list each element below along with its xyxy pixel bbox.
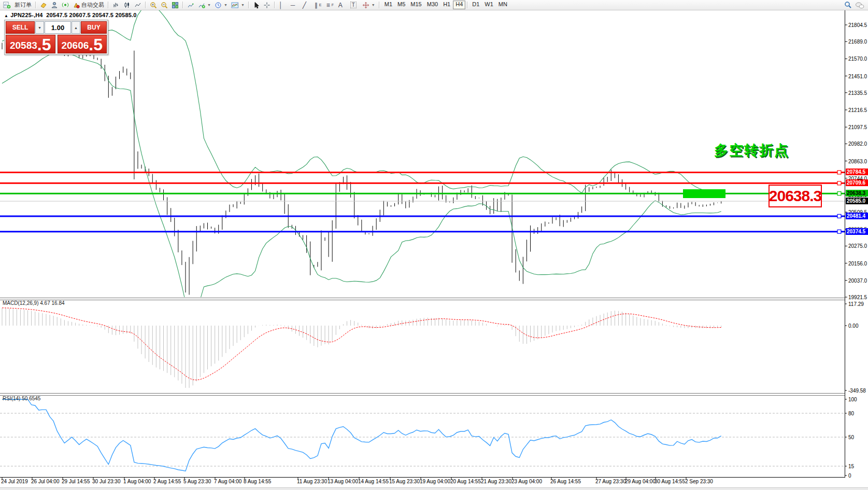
collapse-panel-arrow[interactable]: ▲: [4, 13, 8, 18]
sell-price-box[interactable]: 20583.5: [6, 35, 55, 53]
indicators-button[interactable]: [186, 1, 196, 9]
trendline-icon: ╱: [303, 2, 306, 9]
hline-price-label: 20638.3: [846, 190, 868, 197]
hline-handle[interactable]: [837, 192, 841, 195]
time-axis-label: 21 Aug 23:30: [481, 479, 511, 484]
zoom-in-button[interactable]: [148, 1, 159, 9]
channel-e-suffix: E: [319, 3, 322, 7]
toolbar-separator: [467, 2, 468, 8]
time-axis-label: 29 Aug 04:00: [625, 479, 656, 484]
horizontal-line-icon: ─: [291, 2, 295, 9]
timeframe-button-M15[interactable]: M15: [408, 1, 424, 9]
time-axis-label: 2 Sep 23:30: [685, 479, 713, 484]
hline-handle[interactable]: [837, 171, 841, 174]
timeframe-button-M30[interactable]: M30: [424, 1, 440, 9]
hline-handle[interactable]: [837, 230, 841, 233]
price-axis[interactable]: 21804.521689.021570.021451.021335.521216…: [845, 10, 868, 490]
timeframe-button-H1[interactable]: H1: [440, 1, 453, 9]
timeframe-button-W1[interactable]: W1: [482, 1, 496, 9]
green-zone-rectangle[interactable]: [683, 189, 725, 198]
new-order-button[interactable]: 新订单: [13, 1, 33, 9]
one-click-trading-panel: SELL ▼ ▲ BUY 20583.5 20606.5: [4, 20, 108, 55]
macd-indicator-label: MACD(12,26,9) 4.67 16.84: [3, 300, 65, 306]
styler-button[interactable]: [38, 1, 49, 9]
indicators-icon: [187, 2, 194, 8]
line-chart-mode-button[interactable]: [133, 1, 143, 9]
new-order-label: 新订单: [15, 1, 32, 9]
cursor-tool-button[interactable]: [251, 1, 261, 9]
status-strip: [0, 487, 868, 490]
chevron-down-icon: ▼: [224, 3, 227, 7]
price-axis-tick: 21804.5: [848, 22, 867, 28]
bar-chart-icon: [112, 2, 120, 8]
hline-handle[interactable]: [837, 214, 841, 218]
bar-chart-mode-button[interactable]: [111, 1, 121, 9]
new-chart-icon: [3, 2, 11, 9]
signal-icon: [62, 2, 69, 8]
price-axis-tick: 21216.5: [848, 107, 867, 113]
main-toolbar: 新订单 自动交易: [0, 0, 868, 10]
timeframe-button-D1[interactable]: D1: [469, 1, 482, 9]
profile-button[interactable]: [49, 1, 60, 9]
timeframe-button-M5[interactable]: M5: [395, 1, 408, 9]
time-axis-label: 19 Aug 04:00: [420, 479, 450, 484]
add-indicator-button[interactable]: ▼: [196, 1, 212, 9]
template-icon: [231, 2, 239, 9]
time-axis-label: 1 Aug 04:00: [123, 479, 151, 484]
text-tool-button[interactable]: A: [337, 1, 348, 9]
periods-button[interactable]: ▼: [213, 1, 229, 9]
volume-input[interactable]: [45, 21, 71, 34]
add-indicator-icon: [198, 2, 205, 8]
candle-chart-mode-button[interactable]: [122, 1, 132, 9]
volume-increase-button[interactable]: ▲: [72, 21, 80, 34]
templates-button[interactable]: ▼: [230, 1, 246, 9]
horizontal-line-tool-button[interactable]: ─: [289, 1, 301, 9]
toolbar-separator: [35, 2, 36, 8]
time-axis-label: 15 Aug 23:30: [389, 479, 420, 484]
hline-price-label: 20481.4: [846, 213, 868, 219]
candlestick-series: [2, 38, 721, 295]
main-macd-separator[interactable]: [0, 298, 845, 300]
text-label-tool-button[interactable]: T: [349, 1, 360, 9]
equidistant-channel-icon: ∥: [315, 2, 318, 9]
toolbar-separator: [274, 2, 275, 8]
toolbar-separator: [145, 2, 146, 8]
zoom-in-icon: [150, 2, 157, 9]
fibo-f-suffix: F: [332, 3, 334, 7]
clock-icon: [215, 2, 222, 9]
time-axis-label: 27 Aug 23:30: [595, 479, 626, 484]
time-axis[interactable]: 24 Jul 201926 Jul 04:0029 Jul 14:5530 Ju…: [0, 479, 845, 487]
volume-decrease-button[interactable]: ▼: [35, 21, 44, 34]
search-icon[interactable]: [844, 1, 852, 9]
signal-button[interactable]: [60, 1, 70, 9]
timeframe-button-MN[interactable]: MN: [496, 1, 510, 9]
price-axis-tick: 20037.0: [848, 278, 867, 284]
vertical-line-tool-button[interactable]: │: [277, 1, 289, 9]
chat-icon[interactable]: [855, 2, 864, 9]
timeframe-button-M1[interactable]: M1: [382, 1, 395, 9]
buy-price-box[interactable]: 20606.5: [58, 35, 107, 53]
turning-point-annotation: 多空转折点: [714, 141, 789, 160]
trendline-tool-button[interactable]: ╱: [301, 1, 312, 9]
macd-rsi-separator[interactable]: [0, 393, 845, 396]
zoom-out-button[interactable]: [159, 1, 169, 9]
fibonacci-tool-button[interactable]: ≡F: [325, 1, 336, 9]
candlestick-chart-icon: [123, 2, 131, 8]
hline-handle[interactable]: [837, 181, 841, 185]
toolbar-separator: [248, 2, 249, 8]
autotrading-button[interactable]: 自动交易: [71, 1, 106, 9]
new-chart-button[interactable]: [2, 1, 12, 9]
macd-axis-tick: -349.58: [848, 388, 866, 394]
hline-price-label: 20374.5: [846, 228, 868, 235]
sell-price-dec: .5: [37, 38, 51, 52]
tile-windows-button[interactable]: [170, 1, 180, 9]
vertical-line-icon: │: [279, 2, 283, 9]
arrows-icon: [362, 2, 369, 9]
timeframe-button-H4[interactable]: H4: [453, 1, 465, 9]
buy-button[interactable]: BUY: [81, 21, 107, 34]
sell-button[interactable]: SELL: [6, 21, 35, 34]
price-callout-box[interactable]: 20638.3: [769, 185, 822, 207]
channel-tool-button[interactable]: ∥E: [313, 1, 324, 9]
crosshair-tool-button[interactable]: [262, 1, 272, 9]
arrows-tool-button[interactable]: ▼: [361, 1, 377, 9]
